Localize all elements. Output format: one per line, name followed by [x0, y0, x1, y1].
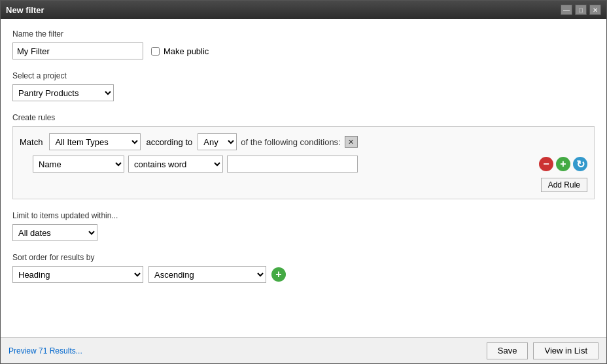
title-bar-controls: — □ ✕ [561, 5, 601, 15]
match-label: Match [20, 137, 43, 147]
add-sort-button[interactable]: + [271, 267, 286, 282]
project-select[interactable]: Pantry Products [12, 84, 114, 101]
footer-right: Save View in List [487, 342, 598, 359]
select-project-label: Select a project [12, 71, 595, 80]
sort-field-select[interactable]: Heading Name Item Date [12, 266, 143, 283]
main-content: Name the filter Make public Select a pro… [1, 19, 606, 337]
sort-order-section: Sort order for results by Heading Name I… [12, 253, 595, 283]
according-label: according to [146, 137, 192, 147]
match-row: Match All Item Types according to Any Al… [20, 133, 587, 150]
copy-rule-button[interactable]: ↻ [573, 157, 587, 171]
footer: Preview 71 Results... Save View in List [1, 337, 606, 363]
sort-direction-select[interactable]: Ascending Descending [148, 266, 266, 283]
minimize-button[interactable]: — [561, 5, 572, 15]
close-button[interactable]: ✕ [589, 5, 601, 15]
create-rules-label: Create rules [12, 113, 595, 122]
remove-rule-button[interactable]: − [539, 157, 553, 171]
filter-name-row: Make public [12, 42, 595, 59]
maximize-button[interactable]: □ [575, 5, 587, 15]
clear-rules-button[interactable]: ✕ [345, 136, 358, 148]
view-in-list-button[interactable]: View in List [533, 342, 598, 359]
sort-row: Heading Name Item Date Ascending Descend… [12, 266, 595, 283]
conditions-label: of the following conditions: [241, 137, 340, 147]
make-public-row: Make public [151, 46, 209, 56]
new-filter-window: New filter — □ ✕ Name the filter Make pu… [0, 0, 607, 364]
make-public-label: Make public [164, 46, 209, 56]
filter-name-section: Name the filter Make public [12, 29, 595, 59]
create-rules-box: Match All Item Types according to Any Al… [12, 126, 595, 199]
any-select[interactable]: Any All [198, 133, 237, 150]
create-rules-section: Create rules Match All Item Types accord… [12, 113, 595, 199]
rule-actions: − + ↻ [539, 157, 587, 171]
select-project-section: Select a project Pantry Products [12, 71, 595, 101]
sort-order-label: Sort order for results by [12, 253, 595, 262]
dates-select[interactable]: All dates Today Past week Past month Pas… [12, 224, 97, 241]
limit-section: Limit to items updated within... All dat… [12, 211, 595, 241]
condition-select[interactable]: contains word is is not contains [128, 156, 223, 173]
item-types-select[interactable]: All Item Types [49, 133, 141, 150]
add-rule-row: Add Rule [20, 178, 587, 192]
make-public-checkbox[interactable] [151, 47, 160, 56]
rule-row: Name Heading Item contains word is is no… [20, 156, 587, 173]
rule-value-input[interactable] [227, 156, 358, 173]
title-bar: New filter — □ ✕ [1, 1, 606, 19]
preview-link[interactable]: Preview 71 Results... [9, 346, 82, 356]
filter-name-label: Name the filter [12, 29, 595, 39]
filter-name-input[interactable] [12, 42, 143, 59]
field-select[interactable]: Name Heading Item [33, 156, 124, 173]
window-title: New filter [6, 5, 44, 15]
add-rule-btn[interactable]: Add Rule [541, 178, 587, 192]
save-button[interactable]: Save [487, 342, 529, 359]
add-rule-button[interactable]: + [556, 157, 570, 171]
limit-label: Limit to items updated within... [12, 211, 595, 220]
